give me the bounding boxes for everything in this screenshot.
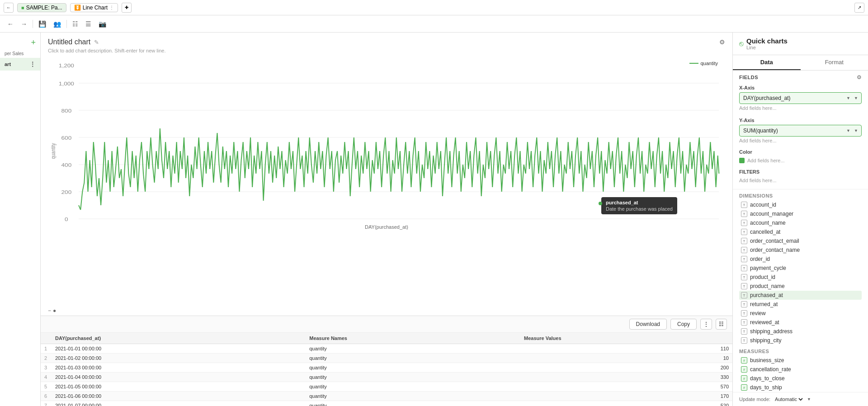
dimension-item[interactable]: T account_manager [739,209,862,218]
zoom-out-button[interactable]: − [48,307,51,314]
dimension-item[interactable]: T order_id [739,255,862,264]
x-axis-select[interactable]: DAY(purchased_at) ▼ [739,92,862,104]
update-mode-select[interactable]: Automatic Manual [773,396,804,402]
chart-area: quantity 0 200 400 600 800 1,000 1,200 [41,57,732,306]
measures-label: Measures [739,349,862,354]
copy-button[interactable]: Copy [670,319,697,330]
edit-title-icon[interactable]: ✎ [94,39,99,46]
filter-button[interactable]: 📷 [97,19,108,28]
tab-format[interactable]: Format [801,55,868,70]
table-row: 3 2021-01-03 00:00:00 quantity 200 [41,363,732,373]
dimension-type-icon: T [741,328,747,335]
dimension-item[interactable]: T payment_cycle [739,264,862,273]
dimension-item[interactable]: T product_name [739,282,862,291]
measure-item[interactable]: # days_to_ship [739,383,862,392]
download-button[interactable]: Download [629,319,667,330]
forward-button[interactable]: → [19,19,29,28]
svg-text:400: 400 [61,163,72,168]
sample-tab-label: SAMPLE: Pa... [26,5,62,11]
dimension-type-icon: T [741,274,747,280]
chart-description[interactable]: Click to add chart description. Shift-en… [41,48,732,57]
sample-icon: ■ [21,5,24,10]
x-axis-label: DAY(purchased_at) [48,223,725,231]
add-item-button[interactable]: + [0,36,40,49]
table-row: 2 2021-01-02 00:00:00 quantity 10 [41,354,732,363]
share-button[interactable]: 👥 [52,19,63,28]
dimension-item[interactable]: T cancelled_at [739,227,862,236]
svg-text:1,000: 1,000 [59,81,74,87]
measure-type-icon: # [741,384,747,391]
color-add-fields[interactable]: Add fields here... [747,156,785,165]
table-toolbar: Download Copy ⋮ ☷ [41,316,732,333]
table-row: 5 2021-01-05 00:00:00 quantity 570 [41,382,732,392]
measure-type-icon: # [741,366,747,373]
dimension-label: returned_at [750,301,778,307]
row-value: 570 [520,382,732,392]
fields-settings-icon[interactable]: ⚙ [857,74,862,80]
row-date: 2021-01-04 00:00:00 [52,373,306,382]
row-value: 10 [520,354,732,363]
zoom-dot-button[interactable]: ● [53,307,56,314]
grid-button[interactable]: ☷ [71,19,80,28]
chart-header: Untitled chart ✎ ⚙ [41,33,732,48]
color-section: Color Add fields here... [733,147,868,166]
add-chart-button[interactable]: ✚ [122,3,132,13]
quick-charts-subtitle: Line [746,45,788,50]
color-dot [739,158,745,163]
row-number: 3 [41,363,52,373]
measures-section: Measures # business_size # cancellation_… [733,347,868,392]
dimension-item[interactable]: T account_name [739,218,862,227]
line-chart-tab[interactable]: ⏬ Line Chart ⋮ [70,3,118,12]
dimension-item[interactable]: T returned_at [739,300,862,309]
chart-settings-icon[interactable]: ⚙ [719,38,725,46]
sidebar-chart-item[interactable]: art ⋮ [0,58,40,71]
x-axis-chevron-icon: ▼ [846,96,850,100]
row-number: 6 [41,392,52,401]
dimension-type-icon: T [741,220,747,226]
row-value: 170 [520,392,732,401]
dimension-item[interactable]: T reviewed_at [739,318,862,327]
table-row: 1 2021-01-01 00:00:00 quantity 110 [41,344,732,354]
dimension-type-icon: T [741,238,747,244]
y-axis-add-fields[interactable]: Add fields here... [739,137,862,145]
dimensions-label: Dimensions [739,193,862,198]
dimension-item[interactable]: T account_id [739,200,862,209]
top-bar: ← ■ SAMPLE: Pa... ⏬ Line Chart ⋮ ✚ ↗ [0,0,868,15]
sidebar-item-options[interactable]: ⋮ [29,61,36,68]
measure-item[interactable]: # days_to_close [739,374,862,383]
svg-text:1,200: 1,200 [59,63,74,69]
chart-options-icon[interactable]: ⋮ [109,5,114,10]
tab-data[interactable]: Data [733,55,801,70]
expand-button[interactable]: ↗ [854,3,864,13]
y-axis-select[interactable]: SUM(quantity) ▼ [739,125,862,137]
table-layout-button[interactable]: ⋮ [700,319,712,330]
back-button[interactable]: ← [5,19,15,28]
dimension-item[interactable]: T shipping_city [739,336,862,345]
dimension-item[interactable]: T review [739,309,862,318]
toolbar: ← → 💾 👥 ☷ ☰ 📷 [0,15,868,33]
measure-label: days_to_close [750,375,785,382]
table-row: 7 2021-01-07 00:00:00 quantity 520 [41,401,732,406]
layout-button[interactable]: ☰ [84,19,93,28]
y-axis-select-container: SUM(quantity) ▼ [739,125,862,137]
x-axis-add-fields[interactable]: Add fields here... [739,104,862,112]
measure-item[interactable]: # cancellation_rate [739,365,862,374]
y-axis-label-text: Y-Axis [739,118,862,123]
dimension-type-icon: T [741,247,747,253]
measure-item[interactable]: # business_size [739,356,862,365]
collapse-button[interactable]: ← [4,3,14,13]
sales-label: per Sales [0,49,40,58]
dimension-item[interactable]: T shipping_address [739,327,862,336]
dimension-item[interactable]: T order_contact_name [739,245,862,255]
dimension-label: order_id [750,256,770,262]
save-button[interactable]: 💾 [37,19,48,28]
dimension-item[interactable]: T order_contact_email [739,236,862,245]
table-expand-button[interactable]: ☷ [716,319,727,330]
dimension-type-icon: T [741,211,747,217]
filters-add-fields[interactable]: Add fields here... [739,176,862,184]
sample-tab[interactable]: ■ SAMPLE: Pa... [17,3,66,12]
zoom-controls: − ● [41,306,732,316]
dimension-item[interactable]: T product_id [739,273,862,282]
dimension-item[interactable]: T purchased_at [739,291,862,300]
color-select-row: Add fields here... [739,156,862,165]
